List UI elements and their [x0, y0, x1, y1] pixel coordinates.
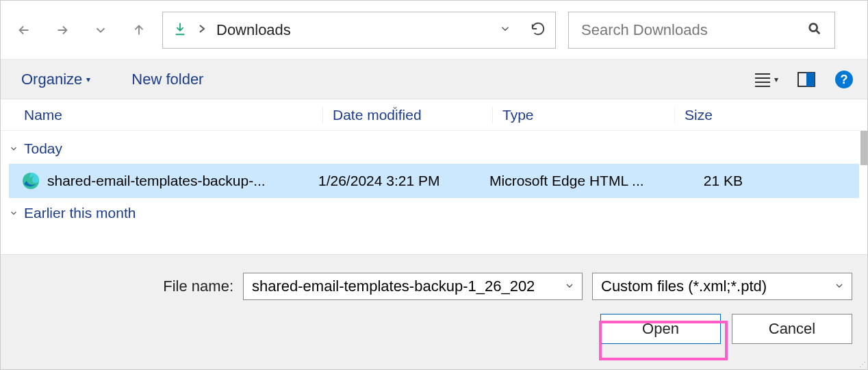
help-button[interactable]: ?	[834, 70, 854, 89]
file-size: 21 KB	[674, 173, 750, 189]
column-headers: Name ⌄ Date modified Type Size	[1, 99, 867, 131]
filename-label: File name:	[1, 278, 233, 295]
file-type: Microsoft Edge HTML ...	[489, 173, 674, 189]
open-button[interactable]: Open	[600, 314, 721, 344]
file-row[interactable]: shared-email-templates-backup-... 1/26/2…	[9, 164, 859, 198]
current-location[interactable]: Downloads	[216, 21, 492, 39]
caret-down-icon: ▾	[86, 75, 90, 84]
cancel-button[interactable]: Cancel	[732, 314, 852, 344]
back-button[interactable]	[14, 21, 34, 40]
nav-buttons	[12, 21, 154, 40]
chevron-down-icon[interactable]	[564, 278, 575, 295]
navigation-bar: Downloads	[1, 1, 867, 60]
column-name[interactable]: Name	[24, 107, 322, 123]
bottom-panel: File name: shared-email-templates-backup…	[1, 254, 867, 369]
scrollbar[interactable]	[860, 131, 867, 165]
group-earlier-this-month[interactable]: Earlier this month	[9, 198, 859, 228]
caret-down-icon: ▾	[774, 75, 778, 84]
svg-point-0	[810, 23, 817, 31]
file-name: shared-email-templates-backup-...	[47, 173, 318, 189]
refresh-button[interactable]	[531, 21, 546, 39]
group-today[interactable]: Today	[9, 134, 859, 164]
column-type[interactable]: Type	[492, 107, 674, 123]
edge-file-icon	[21, 171, 40, 190]
chevron-down-icon[interactable]	[834, 278, 845, 295]
filename-input[interactable]: shared-email-templates-backup-1_26_202	[243, 273, 583, 300]
search-icon[interactable]	[807, 21, 822, 39]
organize-button[interactable]: Organize ▾	[14, 66, 97, 92]
file-list: Today shared-email-templates-backup-... …	[1, 131, 867, 247]
file-date: 1/26/2024 3:21 PM	[318, 173, 489, 189]
up-button[interactable]	[129, 21, 149, 40]
search-box[interactable]	[568, 12, 835, 49]
address-bar[interactable]: Downloads	[162, 12, 556, 49]
resize-grip-icon[interactable]: ⋰	[859, 360, 866, 368]
downloads-icon	[173, 21, 188, 39]
file-type-filter[interactable]: Custom files (*.xml;*.ptd)	[592, 273, 852, 300]
view-list-button[interactable]: ▾	[754, 72, 778, 87]
column-size[interactable]: Size	[674, 107, 867, 123]
location-dropdown-icon[interactable]	[499, 23, 511, 38]
chevron-down-icon	[9, 205, 18, 221]
column-date-modified[interactable]: ⌄ Date modified	[322, 107, 492, 123]
breadcrumb-separator-icon	[194, 24, 209, 36]
chevron-down-icon	[9, 140, 18, 157]
svg-rect-2	[806, 73, 815, 86]
sort-indicator-icon: ⌄	[392, 101, 398, 111]
preview-pane-button[interactable]	[797, 72, 815, 87]
svg-text:?: ?	[841, 73, 848, 86]
new-folder-button[interactable]: New folder	[125, 66, 210, 92]
search-input[interactable]	[581, 21, 807, 39]
history-dropdown[interactable]	[91, 21, 110, 40]
forward-button[interactable]	[53, 21, 72, 40]
toolbar: Organize ▾ New folder ▾ ?	[1, 60, 867, 99]
